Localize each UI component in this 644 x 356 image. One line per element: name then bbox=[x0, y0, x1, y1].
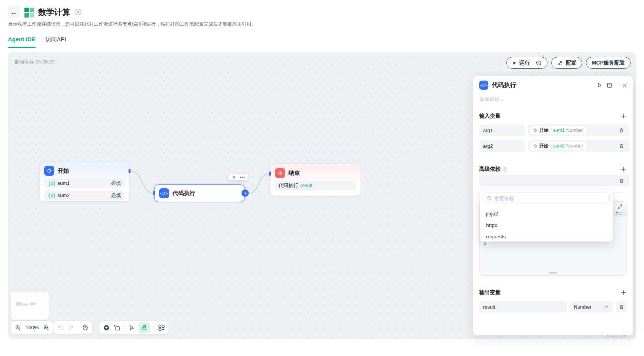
pointer-tool-icon[interactable] bbox=[129, 325, 135, 331]
node-hover-toolbar bbox=[229, 174, 248, 180]
canvas-tools bbox=[99, 321, 169, 334]
zoom-out-icon[interactable] bbox=[15, 325, 21, 331]
editor-resize-handle[interactable] bbox=[549, 272, 557, 274]
input-var-ref-select[interactable]: 开始 / sum1 Number bbox=[528, 125, 630, 136]
delete-dependency-button[interactable] bbox=[616, 175, 627, 186]
dependency-dropdown: jinja2 httpx requests bbox=[480, 189, 613, 242]
dependency-search[interactable] bbox=[483, 193, 610, 204]
tab-agent-ide[interactable]: Agent IDE bbox=[8, 36, 35, 48]
end-node-icon bbox=[275, 168, 285, 178]
undo-icon[interactable] bbox=[57, 324, 64, 331]
node-end[interactable]: 结束 代码执行 result bbox=[270, 163, 361, 196]
dependency-select[interactable] bbox=[479, 175, 630, 186]
zoom-in-icon[interactable] bbox=[43, 325, 49, 331]
start-field-sum2[interactable]: {x} sum2 必填 bbox=[44, 191, 124, 200]
help-icon[interactable]: ? bbox=[75, 9, 81, 15]
page-title: 数学计算 bbox=[38, 7, 70, 18]
end-node-title: 结束 bbox=[288, 170, 300, 177]
more-options-icon[interactable] bbox=[240, 176, 245, 178]
delete-input-var-button[interactable] bbox=[616, 141, 627, 151]
code-node-icon: </> bbox=[159, 188, 169, 198]
play-icon bbox=[512, 61, 517, 65]
zoom-controls: 100% bbox=[11, 321, 53, 334]
run-button[interactable]: 运行 bbox=[506, 57, 547, 69]
mcp-config-button[interactable]: MCP服务配置 bbox=[586, 57, 631, 69]
run-node-icon[interactable] bbox=[232, 175, 236, 179]
chevron-down-icon bbox=[604, 304, 609, 309]
delete-input-var-button[interactable] bbox=[616, 125, 627, 136]
dependency-search-input[interactable] bbox=[494, 196, 606, 201]
add-note-icon[interactable] bbox=[114, 324, 121, 331]
required-badge: 必填 bbox=[111, 180, 121, 187]
panel-run-icon[interactable] bbox=[597, 83, 602, 88]
output-vars-label: 输出变量 bbox=[479, 289, 501, 296]
start-source-handle[interactable] bbox=[129, 169, 130, 173]
input-var-name-field[interactable]: arg2 bbox=[479, 140, 525, 152]
deps-label: 高级依赖 bbox=[479, 166, 507, 173]
start-node-icon bbox=[44, 166, 54, 176]
config-button[interactable]: 配置 bbox=[551, 57, 582, 69]
dependency-option-requests[interactable]: requests bbox=[483, 231, 610, 242]
autosave-status: 自动保存 15:28:22 · bbox=[14, 58, 58, 65]
zoom-level: 100% bbox=[25, 325, 39, 330]
start-ref-icon bbox=[533, 144, 538, 148]
input-var-name-field[interactable]: arg1 bbox=[479, 125, 525, 136]
start-field-sum1[interactable]: {x} sum1 必填 bbox=[44, 178, 124, 188]
delete-output-var-button[interactable] bbox=[616, 301, 627, 312]
app-logo-icon bbox=[24, 8, 34, 18]
history-controls bbox=[53, 321, 92, 334]
page-description: 展示私有工作流详细信息，您可以在此对工作流进行多节点编排和运行，编排好的工作流配… bbox=[8, 21, 256, 28]
deps-help-icon[interactable] bbox=[502, 167, 507, 172]
panel-title: 代码执行 bbox=[492, 81, 516, 89]
minimap[interactable] bbox=[11, 292, 49, 320]
dependency-option-jinja2[interactable]: jinja2 bbox=[483, 208, 610, 219]
end-target-handle[interactable] bbox=[269, 172, 271, 176]
start-ref-icon bbox=[533, 128, 538, 133]
panel-code-icon: </> bbox=[479, 81, 488, 90]
variable-reference-pill: 开始 / sum2 Number bbox=[530, 142, 586, 150]
redo-icon[interactable] bbox=[68, 324, 74, 331]
variable-icon: {x} bbox=[48, 193, 56, 198]
panel-save-icon[interactable] bbox=[607, 83, 612, 88]
sliders-icon bbox=[557, 60, 563, 66]
add-output-var-icon[interactable] bbox=[620, 289, 627, 296]
node-config-panel: </> 代码执行 添加描述... 输入变量 arg1 bbox=[473, 76, 633, 335]
add-input-var-icon[interactable] bbox=[620, 113, 627, 120]
code-node-title: 代码执行 bbox=[172, 190, 195, 197]
output-var-name-field[interactable]: result bbox=[479, 301, 567, 312]
back-button[interactable]: ← bbox=[8, 6, 20, 18]
output-var-type-select[interactable]: Number bbox=[570, 301, 613, 312]
auto-layout-icon[interactable] bbox=[158, 324, 165, 331]
description-placeholder[interactable]: 添加描述... bbox=[480, 96, 504, 103]
tab-api-access[interactable]: 访问API bbox=[45, 36, 66, 48]
required-badge: 必填 bbox=[111, 192, 121, 199]
dependency-option-httpx[interactable]: httpx bbox=[483, 219, 610, 231]
code-source-plus-handle[interactable]: + bbox=[242, 189, 249, 197]
add-node-icon[interactable] bbox=[103, 324, 110, 331]
start-node-title: 开始 bbox=[58, 167, 69, 175]
node-code[interactable]: </> 代码执行 bbox=[154, 184, 245, 202]
hand-tool-icon[interactable] bbox=[138, 322, 150, 333]
variable-reference-pill: 开始 / sum1 Number bbox=[530, 126, 586, 134]
workflow-editor-page: ← 数学计算 ? 展示私有工作流详细信息，您可以在此对工作流进行多节点编排和运行… bbox=[0, 0, 644, 356]
expand-code-icon[interactable] bbox=[617, 204, 623, 209]
node-start[interactable]: 开始 {x} sum1 必填 {x} sum2 必填 bbox=[39, 161, 129, 202]
code-target-handle[interactable] bbox=[153, 191, 155, 195]
version-history-icon[interactable] bbox=[82, 324, 89, 331]
schedule-run-icon[interactable] bbox=[536, 60, 542, 66]
end-output-row[interactable]: 代码执行 result bbox=[275, 181, 356, 190]
add-dependency-icon[interactable] bbox=[620, 166, 627, 173]
panel-close-icon[interactable] bbox=[622, 83, 628, 88]
variable-icon: {x} bbox=[48, 181, 56, 186]
end-output-variable: result bbox=[300, 183, 312, 188]
search-icon bbox=[487, 196, 492, 201]
input-vars-label: 输入变量 bbox=[479, 113, 501, 120]
canvas-toolbar: 运行 配置 MCP服务配置 bbox=[506, 57, 631, 69]
input-var-ref-select[interactable]: 开始 / sum2 Number bbox=[528, 140, 630, 152]
